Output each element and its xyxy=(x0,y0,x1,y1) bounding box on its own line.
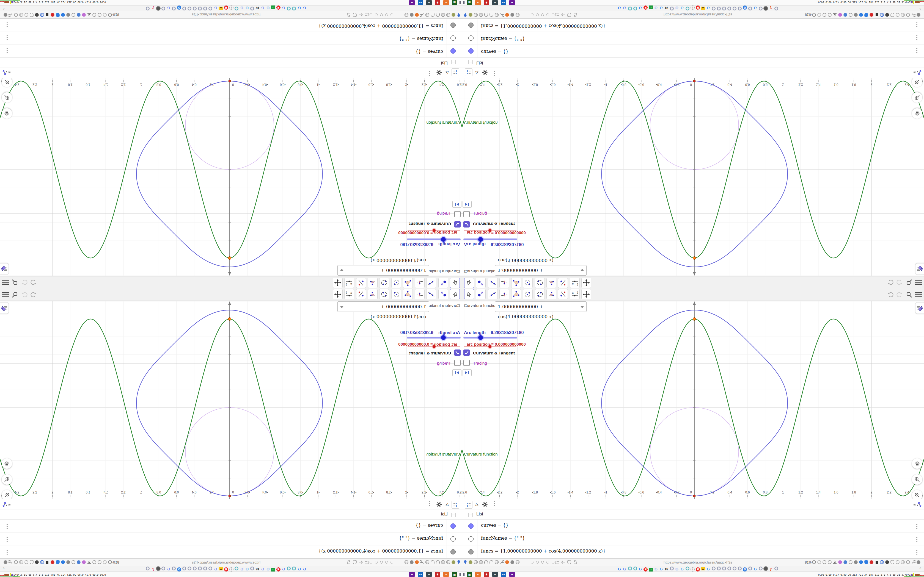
pin-icon[interactable] xyxy=(463,13,467,17)
algebra-row-funcnames[interactable]: funcNames = {" "} xyxy=(0,532,462,545)
pin-icon[interactable] xyxy=(463,560,467,564)
favicon-knot-gray[interactable] xyxy=(192,6,197,10)
circle-olive-icon[interactable] xyxy=(451,560,456,564)
gear-icon[interactable] xyxy=(3,560,8,564)
arc position point[interactable] xyxy=(229,495,231,497)
favicon-info[interactable]: i xyxy=(229,6,234,10)
tracing-checkbox[interactable] xyxy=(464,359,470,366)
globe-icon[interactable] xyxy=(473,560,478,564)
wrench-icon[interactable] xyxy=(8,560,13,564)
taskbar-icon-save-green[interactable]: ▤ xyxy=(467,0,472,5)
favicon-google[interactable]: G xyxy=(260,567,265,571)
favicon-google[interactable]: G xyxy=(239,6,244,10)
taskbar-icon-gear-red[interactable]: ✱ xyxy=(435,0,440,5)
back-arrow-icon[interactable] xyxy=(359,13,363,17)
pencil-icon[interactable] xyxy=(838,13,842,17)
gear-icon[interactable] xyxy=(409,560,414,564)
favicon-disk-blue[interactable]: D xyxy=(743,6,747,10)
star-icon[interactable] xyxy=(103,560,107,564)
arrow-icon[interactable] xyxy=(822,560,827,564)
pin-icon[interactable] xyxy=(457,13,461,17)
firefox-icon[interactable] xyxy=(415,560,419,564)
arc-length-slider-track[interactable] xyxy=(407,337,460,338)
arc-length-slider-track[interactable] xyxy=(464,337,517,338)
trash-icon[interactable] xyxy=(874,560,879,564)
tool-button-perpendicular-line[interactable] xyxy=(499,278,509,288)
translate-icon[interactable] xyxy=(812,560,816,564)
arc-length-slider-knob[interactable] xyxy=(441,335,446,340)
globe-icon[interactable] xyxy=(441,13,445,17)
taskbar-icon-gear-red[interactable]: ✱ xyxy=(435,572,440,577)
record-red-icon[interactable] xyxy=(50,13,55,17)
taskbar-icon-gear-red[interactable]: ✱ xyxy=(484,0,489,5)
headset-icon[interactable] xyxy=(484,13,488,17)
ring-icon[interactable] xyxy=(895,560,900,564)
favicon-shield-green[interactable]: ~ xyxy=(271,567,276,571)
skip-forward-button[interactable] xyxy=(452,201,462,208)
kebab-menu-icon[interactable] xyxy=(6,550,8,555)
visibility-dot-hollow[interactable] xyxy=(451,536,456,542)
favicon-shield-green[interactable]: ~ xyxy=(648,567,653,571)
kebab-menu-icon[interactable] xyxy=(916,537,918,542)
algebra-tree-button[interactable] xyxy=(452,501,459,509)
collapse-button[interactable] xyxy=(468,513,473,517)
zoom-in-button[interactable] xyxy=(912,474,922,485)
globe-icon[interactable] xyxy=(479,13,483,17)
translate-blue-icon[interactable] xyxy=(76,13,81,17)
fx-button[interactable]: fx xyxy=(444,69,451,76)
kebab-menu-icon[interactable] xyxy=(6,22,8,27)
favicon-knot-gray[interactable] xyxy=(669,6,674,10)
favicon-gear-dark[interactable] xyxy=(763,6,768,10)
visibility-dot-filled[interactable] xyxy=(468,524,473,529)
tool-button-perpendicular-line[interactable] xyxy=(499,289,509,299)
favicon-knot-gray[interactable] xyxy=(758,6,763,10)
favicon-google[interactable]: G xyxy=(281,567,286,571)
favicon-knot-teal[interactable] xyxy=(286,6,291,10)
firefox-icon[interactable] xyxy=(505,13,509,17)
curvature value point[interactable] xyxy=(693,318,696,321)
kebab-menu-icon[interactable] xyxy=(429,71,430,76)
redo-button[interactable] xyxy=(21,278,29,286)
ring-icon[interactable] xyxy=(531,13,533,16)
gear-icon[interactable] xyxy=(66,560,70,564)
shield-blue-icon[interactable] xyxy=(55,560,60,564)
circle-olive-icon[interactable] xyxy=(468,560,473,564)
taskbar-icon-firefox[interactable]: ● xyxy=(475,572,481,577)
tool-button-move[interactable] xyxy=(450,289,460,299)
tool-button-point[interactable]: A xyxy=(476,289,486,299)
ring-icon[interactable] xyxy=(546,561,549,564)
download-icon[interactable] xyxy=(833,560,837,564)
curvature value point[interactable] xyxy=(693,256,696,259)
favicon-knot-gray[interactable] xyxy=(737,6,742,10)
home-button[interactable] xyxy=(2,458,12,469)
chevron-down-icon[interactable] xyxy=(580,269,584,271)
ring-icon[interactable] xyxy=(541,561,544,564)
menu-button[interactable] xyxy=(2,278,9,286)
translate-icon[interactable] xyxy=(812,13,816,17)
favicon-info[interactable]: i xyxy=(229,567,234,571)
taskbar-icon-monitor[interactable]: ■ xyxy=(426,572,432,577)
favicon-wikipedia[interactable]: W xyxy=(664,567,669,571)
add-blue-icon[interactable] xyxy=(61,13,65,17)
favicon-google[interactable]: G xyxy=(617,6,622,10)
favicon-knot-gray[interactable] xyxy=(145,6,150,10)
arc-position-slider-knob[interactable] xyxy=(488,345,491,348)
tool-button-reflect-about-line[interactable] xyxy=(558,289,568,299)
arc position point[interactable] xyxy=(693,495,695,497)
favicon-knot-gray[interactable] xyxy=(203,6,208,10)
taskbar-icon-save-green[interactable]: ▤ xyxy=(467,572,472,577)
visibility-dot-filled[interactable] xyxy=(468,48,473,53)
favicon-knot-gray[interactable] xyxy=(737,567,742,571)
tracing-checkbox[interactable] xyxy=(454,211,460,218)
pencil-icon[interactable] xyxy=(838,560,842,564)
globe-icon[interactable] xyxy=(446,13,451,17)
globe-gray-icon[interactable] xyxy=(19,560,23,564)
favicon-google[interactable]: G xyxy=(706,6,711,10)
favicon-knot-teal[interactable] xyxy=(628,6,632,10)
tool-button-polygon[interactable] xyxy=(511,278,521,288)
tool-button-polygon[interactable] xyxy=(403,289,413,299)
favicon-google[interactable]: G xyxy=(675,567,679,571)
gear-icon[interactable] xyxy=(409,13,414,17)
tool-button-perpendicular-line[interactable] xyxy=(415,289,425,299)
collapse-button[interactable] xyxy=(451,513,456,517)
